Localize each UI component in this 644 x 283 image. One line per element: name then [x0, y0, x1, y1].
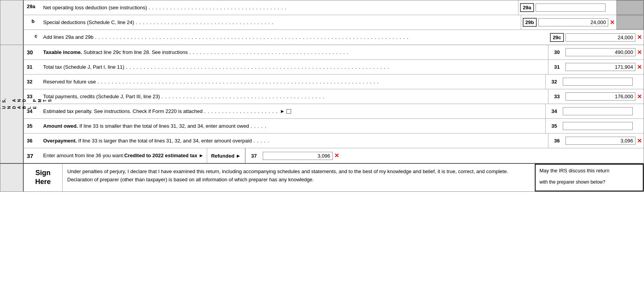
- row-29b-num: b: [24, 15, 40, 30]
- row-37-clear[interactable]: ✕: [334, 152, 339, 159]
- form-2220-checkbox[interactable]: [286, 109, 291, 114]
- row-31-input[interactable]: [565, 63, 635, 71]
- row-29c-label: 29c: [550, 33, 564, 42]
- sign-irs-discuss: May the IRS discuss this return with the…: [535, 164, 644, 191]
- side-label-main: TAX,REFUNDABLE CREDITS,ANDPMTS: [0, 45, 24, 163]
- row-31: 31 Total tax (Schedule J, Part I, line 1…: [24, 60, 644, 75]
- sign-side-label: [0, 164, 24, 191]
- sign-perjury-text: Under penalties of perjury, I declare th…: [63, 164, 535, 191]
- row-36-input[interactable]: [565, 137, 635, 145]
- row-37: 37 Enter amount from line 36 you want: C…: [24, 148, 644, 163]
- row-32-desc: Reserved for future use . . . . . . . . …: [40, 75, 545, 89]
- row-32-input[interactable]: [563, 78, 633, 86]
- row-29b-input[interactable]: [538, 18, 608, 26]
- row-36-num: 36: [24, 134, 40, 148]
- row-29b-gray: [616, 15, 644, 30]
- row-37-input[interactable]: [263, 152, 333, 160]
- row-29a-label: 29a: [520, 3, 534, 12]
- row-31-desc: Total tax (Schedule J, Part I, line 11) …: [40, 60, 548, 74]
- row-29c: c Add lines 29a and 29b . . . . . . . . …: [24, 30, 644, 45]
- row-33-clear[interactable]: ✕: [637, 93, 642, 100]
- row-29c-desc: Add lines 29a and 29b . . . . . . . . . …: [40, 30, 548, 45]
- row-35-label: 35: [547, 122, 561, 130]
- row-37-field: 37 ✕: [245, 148, 644, 163]
- row-29c-input[interactable]: [565, 33, 635, 42]
- row-29a-desc: Net operating loss deduction (see instru…: [40, 0, 518, 15]
- row-34-label: 34: [547, 108, 561, 115]
- row-29a-num: 29a: [24, 0, 40, 15]
- row-33-field: 33 ✕: [548, 89, 644, 104]
- row-29b-field: 29b ✕: [521, 15, 616, 30]
- row-37-num: 37: [24, 148, 40, 163]
- row-31-clear[interactable]: ✕: [637, 64, 642, 71]
- row-33-label: 33: [550, 93, 564, 100]
- row-30-field: 30 ✕: [548, 45, 644, 59]
- row-35-num: 35: [24, 119, 40, 133]
- row-29a-input[interactable]: [536, 3, 606, 12]
- row-34-field: 34: [545, 104, 644, 118]
- row-32-label: 32: [547, 78, 561, 85]
- row-29a-gray: [616, 0, 644, 15]
- row-34: 34 Estimated tax penalty. See instructio…: [24, 104, 644, 119]
- row-36-clear[interactable]: ✕: [637, 137, 642, 144]
- row-31-label: 31: [550, 63, 564, 71]
- row-30-desc: Taxable income. Subtract line 29c from l…: [40, 45, 548, 59]
- row-32: 32 Reserved for future use . . . . . . .…: [24, 75, 644, 89]
- sign-section: Sign Here Under penalties of perjury, I …: [0, 163, 644, 191]
- row-35: 35 Amount owed. If line 33 is smaller th…: [24, 119, 644, 134]
- side-label-col: [0, 0, 24, 45]
- row-36-field: 36 ✕: [548, 134, 644, 148]
- row-29c-clear[interactable]: ✕: [637, 34, 642, 41]
- sign-label-line2: Here: [35, 177, 51, 186]
- row-29a-field: 29a: [518, 0, 616, 15]
- row-36-label: 36: [550, 137, 564, 144]
- row-32-num: 32: [24, 75, 40, 89]
- row-30: 30 Taxable income. Subtract line 29c fro…: [24, 45, 644, 60]
- row-35-input[interactable]: [563, 122, 633, 130]
- row-29c-num: c: [24, 30, 40, 45]
- row-35-field: 35: [545, 119, 644, 133]
- row-36-desc: Overpayment. If line 33 is larger than t…: [40, 134, 548, 148]
- row-30-input[interactable]: [565, 48, 635, 56]
- row-34-desc: Estimated tax penalty. See instructions.…: [40, 104, 545, 118]
- row-30-num: 30: [24, 45, 40, 59]
- sign-label-line1: Sign: [35, 168, 51, 177]
- row-37-desc: Enter amount from line 36 you want: Cred…: [40, 148, 207, 163]
- row-31-num: 31: [24, 60, 40, 74]
- row-29b-desc: Special deductions (Schedule C, line 24)…: [40, 15, 521, 30]
- row-31-field: 31 ✕: [548, 60, 644, 74]
- row-37-refunded: Refunded ►: [207, 148, 245, 163]
- row-32-field: 32: [545, 75, 644, 89]
- row-37-label: 37: [247, 152, 261, 160]
- row-33: 33 Total payments, credits (Schedule J, …: [24, 89, 644, 104]
- row-30-label: 30: [550, 49, 564, 56]
- row-29c-field: 29c ✕: [548, 30, 644, 45]
- row-34-input[interactable]: [563, 107, 633, 115]
- side-label-text: TAX,REFUNDABLE CREDITS,ANDPMTS: [0, 98, 52, 110]
- row-29b-label: 29b: [523, 18, 537, 27]
- row-35-desc: Amount owed. If line 33 is smaller than …: [40, 119, 545, 133]
- row-33-desc: Total payments, credits (Schedule J, Par…: [40, 89, 548, 104]
- row-29b: b Special deductions (Schedule C, line 2…: [24, 15, 644, 30]
- row-29a: 29a Net operating loss deduction (see in…: [24, 0, 644, 15]
- row-30-clear[interactable]: ✕: [637, 49, 642, 56]
- row-33-input[interactable]: [565, 92, 635, 101]
- row-29b-clear[interactable]: ✕: [610, 19, 615, 26]
- sign-label: Sign Here: [24, 164, 63, 191]
- row-36: 36 Overpayment. If line 33 is larger tha…: [24, 134, 644, 148]
